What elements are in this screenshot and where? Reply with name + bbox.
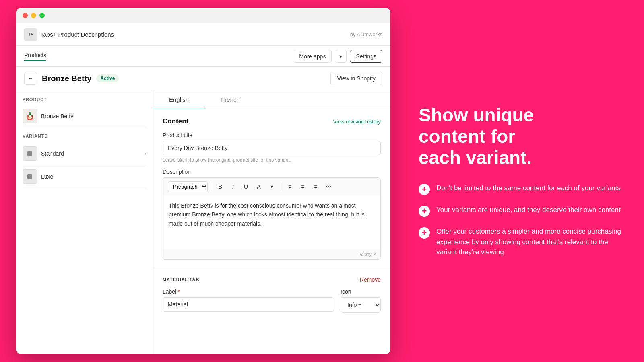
icon-select[interactable]: Info ÷	[341, 297, 381, 313]
variant-name-luxe: Luxe	[41, 173, 146, 180]
product-section-title: PRODUCT	[23, 97, 146, 102]
browser-titlebar	[16, 8, 390, 23]
marketing-text-3: Offer your customers a simpler and more …	[436, 226, 624, 257]
marketing-text-1: Don't be limited to the same content for…	[436, 183, 621, 193]
marketing-item-1: + Don't be limited to the same content f…	[419, 183, 624, 195]
product-item-name: Bronze Betty	[41, 113, 73, 119]
nav-actions: More apps ▾ Settings	[293, 50, 382, 63]
tab-english[interactable]: English	[153, 90, 205, 109]
marketing-headline: Show uniquecontent foreach variant.	[419, 105, 624, 169]
marketing-item-3: + Offer your customers a simpler and mor…	[419, 226, 624, 257]
align-right-button[interactable]: ≡	[310, 181, 321, 192]
tab-french[interactable]: French	[205, 90, 256, 109]
chevron-right-icon: ›	[144, 151, 146, 156]
marketing-text-2: Your variants are unique, and they deser…	[436, 205, 621, 215]
main-content: PRODUCT 🪆 Bronze Betty VARIANTS Standard…	[16, 90, 390, 354]
svg-rect-1	[27, 174, 32, 179]
label-field-col: Label *	[163, 288, 334, 313]
toolbar-separator	[211, 183, 211, 191]
by-text: by Alumworks	[350, 31, 382, 37]
variant-thumb-luxe	[23, 169, 37, 184]
product-title-input[interactable]	[163, 141, 381, 155]
material-title: MATERIAL TAB	[163, 277, 199, 282]
product-title-area: ← Bronze Betty Active	[24, 72, 119, 85]
description-label: Description	[163, 169, 381, 175]
variant-name-standard: Standard	[41, 150, 140, 157]
variant-item-luxe[interactable]: Luxe	[23, 165, 146, 188]
app-title: Tabs+ Product Descriptions	[40, 31, 114, 38]
variant-item-standard[interactable]: Standard ›	[23, 142, 146, 165]
section-title: Content	[163, 117, 188, 125]
settings-button[interactable]: Settings	[350, 50, 382, 63]
italic-button[interactable]: I	[227, 181, 239, 192]
color-dropdown-button[interactable]: ▾	[266, 181, 277, 192]
product-title-hint: Leave blank to show the original product…	[163, 157, 381, 163]
app-logo: T+ Tabs+ Product Descriptions	[24, 28, 114, 41]
align-left-button[interactable]: ≡	[284, 181, 295, 192]
material-form-row: Label * Icon Info ÷	[163, 288, 381, 313]
material-section: MATERIAL TAB Remove Label * Icon Info ÷	[153, 268, 390, 321]
product-thumbnail: 🪆	[23, 109, 37, 123]
back-button[interactable]: ←	[24, 72, 37, 85]
sidebar: PRODUCT 🪆 Bronze Betty VARIANTS Standard…	[16, 90, 153, 354]
align-center-button[interactable]: ≡	[297, 181, 308, 192]
content-section: Content View revision history Product ti…	[153, 109, 390, 268]
marketing-panel: Show uniquecontent foreach variant. + Do…	[398, 80, 644, 281]
editor-toolbar: Paragraph B I U A ▾ ≡ ≡ ≡ •••	[163, 177, 381, 195]
section-header: Content View revision history	[163, 117, 381, 125]
remove-link[interactable]: Remove	[360, 276, 381, 283]
color-button[interactable]: A	[253, 181, 264, 192]
more-button[interactable]: •••	[323, 181, 334, 192]
close-dot[interactable]	[23, 13, 28, 18]
revision-history-link[interactable]: View revision history	[333, 119, 381, 125]
icon-field-label: Icon	[341, 288, 381, 295]
view-shopify-button[interactable]: View in Shopify	[330, 72, 382, 85]
marketing-list: + Don't be limited to the same content f…	[419, 183, 624, 257]
editor-content[interactable]: This Bronze Betty is for the cost-consci…	[163, 195, 381, 252]
plus-icon-1: +	[419, 184, 430, 195]
status-badge: Active	[96, 74, 119, 82]
logo-icon: T+	[24, 28, 37, 41]
browser-window: T+ Tabs+ Product Descriptions by Alumwor…	[16, 8, 390, 354]
plus-icon-2: +	[419, 206, 430, 217]
more-apps-dropdown[interactable]: ▾	[335, 50, 347, 63]
product-item[interactable]: 🪆 Bronze Betty	[23, 106, 146, 127]
icon-field-col: Icon Info ÷	[341, 288, 381, 313]
marketing-item-2: + Your variants are unique, and they des…	[419, 205, 624, 217]
product-name: Bronze Betty	[42, 74, 91, 83]
right-panel: English French Content View revision his…	[153, 90, 390, 354]
label-field-label: Label *	[163, 288, 334, 295]
app-header: T+ Tabs+ Product Descriptions by Alumwor…	[16, 23, 390, 46]
more-apps-button[interactable]: More apps	[293, 50, 332, 63]
nav-products[interactable]: Products	[24, 52, 46, 61]
minimize-dot[interactable]	[31, 13, 36, 18]
nav-bar: Products More apps ▾ Settings	[16, 46, 390, 67]
variants-section-title: VARIANTS	[23, 134, 146, 138]
toolbar-separator-2	[281, 183, 281, 191]
plus-icon-3: +	[419, 227, 430, 239]
lang-tabs: English French	[153, 90, 390, 109]
underline-button[interactable]: U	[240, 181, 252, 192]
material-header: MATERIAL TAB Remove	[163, 276, 381, 283]
variant-thumb-standard	[23, 146, 37, 161]
bold-button[interactable]: B	[215, 181, 226, 192]
maximize-dot[interactable]	[39, 13, 45, 18]
product-title-label: Product title	[163, 132, 381, 138]
label-input[interactable]	[163, 297, 334, 312]
variants-section: VARIANTS Standard › Luxe	[23, 134, 146, 188]
product-header: ← Bronze Betty Active View in Shopify	[16, 67, 390, 90]
paragraph-select[interactable]: Paragraph	[168, 181, 208, 192]
svg-rect-0	[27, 151, 32, 156]
editor-footer: ⊗ tiny ↗	[163, 249, 381, 260]
